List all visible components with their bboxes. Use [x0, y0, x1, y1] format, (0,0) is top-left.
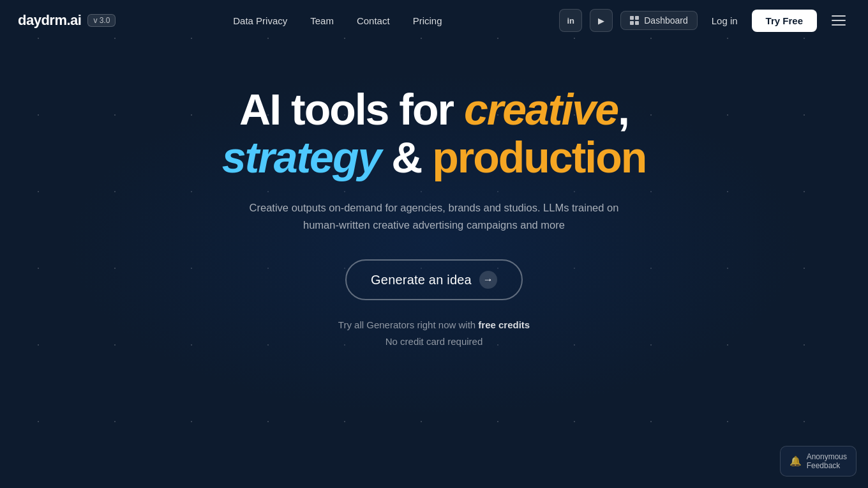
headline-comma: ,	[618, 85, 629, 133]
linkedin-icon: in	[567, 16, 574, 26]
free-credits-text: Try all Generators right now with free c…	[338, 317, 530, 349]
free-credits-line2: No credit card required	[338, 333, 530, 350]
feedback-text: Anonymous Feedback	[807, 452, 847, 470]
feedback-widget[interactable]: 🔔 Anonymous Feedback	[780, 446, 857, 477]
arrow-icon: →	[479, 271, 497, 289]
dashboard-grid-icon	[630, 16, 639, 25]
nav-link-team[interactable]: Team	[310, 15, 334, 26]
free-credits-line1: Try all Generators right now with free c…	[338, 317, 530, 333]
dashboard-label: Dashboard	[644, 15, 688, 26]
login-button[interactable]: Log in	[705, 11, 744, 30]
nav-link-contact[interactable]: Contact	[357, 15, 390, 26]
menu-button[interactable]	[827, 9, 850, 32]
menu-line-3	[832, 24, 846, 26]
headline-strategy: strategy	[222, 133, 381, 181]
feedback-label: Anonymous	[807, 452, 847, 461]
youtube-icon: ▶	[598, 16, 604, 26]
headline-line1: AI tools for creative,	[222, 86, 647, 133]
headline-mid: &	[380, 133, 432, 181]
nav-left: daydrm.ai v 3.0	[18, 12, 116, 29]
nav-link-pricing[interactable]: Pricing	[413, 15, 442, 26]
nav-link-data-privacy[interactable]: Data Privacy	[233, 15, 287, 26]
nav-right: in ▶ Dashboard Log in Try Free	[559, 9, 850, 32]
free-credits-bold: free credits	[478, 319, 530, 330]
nav-center: Data Privacy Team Contact Pricing	[233, 15, 442, 26]
headline-creative: creative	[464, 85, 618, 133]
headline-line2: strategy & production	[222, 133, 647, 181]
try-free-button[interactable]: Try Free	[752, 10, 817, 32]
linkedin-button[interactable]: in	[559, 9, 582, 32]
headline-plain-1: AI tools for	[239, 85, 464, 133]
navbar: daydrm.ai v 3.0 Data Privacy Team Contac…	[0, 0, 868, 41]
dashboard-button[interactable]: Dashboard	[620, 11, 698, 30]
hero-headline: AI tools for creative, strategy & produc…	[222, 86, 647, 181]
headline-production: production	[432, 133, 646, 181]
hero-section: AI tools for creative, strategy & produc…	[0, 41, 868, 349]
youtube-button[interactable]: ▶	[590, 9, 613, 32]
cta-label: Generate an idea	[371, 273, 472, 287]
version-badge: v 3.0	[87, 14, 116, 27]
menu-line-1	[832, 15, 846, 17]
hero-subtitle: Creative outputs on-demand for agencies,…	[243, 199, 625, 234]
free-credits-pre: Try all Generators right now with	[338, 319, 479, 330]
menu-line-2	[832, 20, 846, 21]
bell-icon: 🔔	[789, 455, 802, 467]
feedback-sublabel: Feedback	[807, 461, 847, 470]
logo[interactable]: daydrm.ai	[18, 12, 81, 29]
generate-idea-button[interactable]: Generate an idea →	[345, 259, 523, 300]
